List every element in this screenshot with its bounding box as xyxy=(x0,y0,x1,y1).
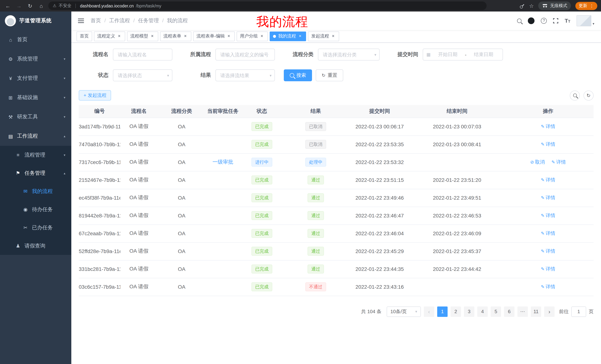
sidebar-item[interactable]: ⚙ 系统管理 ▾ xyxy=(0,49,71,69)
sidebar-item[interactable]: ≡ 流程管理 ▾ xyxy=(0,146,71,164)
sidebar-toggle-button[interactable] xyxy=(71,11,91,30)
next-page-button[interactable]: › xyxy=(544,306,555,317)
process-name-input[interactable] xyxy=(113,49,172,60)
chevron-icon: ▴ xyxy=(64,171,65,175)
close-icon[interactable]: × xyxy=(298,34,303,39)
page-number-button[interactable]: 6 xyxy=(504,306,514,317)
breadcrumb-item[interactable]: 工作流程 xyxy=(101,18,130,24)
search-icon[interactable] xyxy=(517,19,521,23)
breadcrumb-item[interactable]: 首页 xyxy=(91,18,101,24)
detail-action-link[interactable]: ✎ 详情 xyxy=(551,159,566,165)
detail-action-link[interactable]: ✎ 详情 xyxy=(541,141,555,148)
cell-process-name: OA 请假 xyxy=(120,207,158,224)
bookmark-star-icon[interactable]: ☆ xyxy=(529,3,534,9)
password-key-icon[interactable] xyxy=(518,2,526,10)
sidebar-item[interactable]: ⚒ 研发工具 ▾ xyxy=(0,107,71,126)
toggle-search-button[interactable] xyxy=(570,90,580,100)
page-size-select[interactable]: 10条/页 ▾ xyxy=(387,306,421,317)
user-avatar[interactable]: ▾ xyxy=(577,15,594,26)
view-tab[interactable]: 流程表单-编辑 × xyxy=(193,31,235,41)
view-tab[interactable]: 我的流程 × xyxy=(270,31,306,41)
view-tab[interactable]: 流程定义 × xyxy=(94,31,125,41)
next-icon: › xyxy=(549,308,550,315)
sidebar-item[interactable]: ✉ 我的流程 xyxy=(0,182,71,200)
page-number-button[interactable]: 5 xyxy=(491,306,501,317)
back-icon[interactable]: ← xyxy=(4,2,12,10)
page-number-button[interactable]: 2 xyxy=(451,306,461,317)
create-process-button[interactable]: + 发起流程 xyxy=(79,90,111,101)
sidebar-item[interactable]: ♟ 请假查询 xyxy=(0,237,71,255)
view-tab[interactable]: 发起流程 × xyxy=(308,31,339,41)
sidebar-item[interactable]: ⊞ 基础设施 ▾ xyxy=(0,88,71,107)
goto-label: 前往 xyxy=(559,308,569,315)
view-tab[interactable]: 用户分组 × xyxy=(237,31,268,41)
sidebar-item[interactable]: ◉ 待办任务 xyxy=(0,200,71,219)
sidebar-item[interactable]: ¥ 支付管理 ▾ xyxy=(0,69,71,88)
cell-category: OA xyxy=(158,207,206,224)
sidebar-item-label: 研发工具 xyxy=(17,114,38,120)
navbar-right-icons: ▾ xyxy=(517,15,601,26)
view-tab[interactable]: 首页 × xyxy=(77,31,92,41)
detail-action-link[interactable]: ✎ 详情 xyxy=(541,177,555,183)
edit-icon: ✎ xyxy=(541,284,545,289)
goto-page-input[interactable] xyxy=(571,306,586,317)
status-select[interactable] xyxy=(113,69,172,81)
cancel-action-link[interactable]: ⊘ 取消 xyxy=(530,159,545,165)
close-icon[interactable]: × xyxy=(226,34,231,39)
detail-action-link[interactable]: ✎ 详情 xyxy=(541,230,555,237)
forward-icon[interactable]: → xyxy=(15,2,23,10)
prev-page-button[interactable]: ‹ xyxy=(424,306,434,317)
result-select[interactable] xyxy=(215,69,275,81)
chevron-icon: ▾ xyxy=(64,153,65,157)
detail-action-link[interactable]: ✎ 详情 xyxy=(541,212,555,219)
fontsize-icon[interactable] xyxy=(565,18,570,24)
page-number-button[interactable]: 1 xyxy=(437,306,448,317)
close-icon[interactable]: × xyxy=(183,34,188,39)
github-icon[interactable] xyxy=(528,18,534,24)
sidebar-item[interactable]: ⚑ 任务管理 ▴ xyxy=(0,164,71,182)
browser-update-button[interactable]: 更新 ⋮ xyxy=(575,2,597,10)
detail-action-link[interactable]: ✎ 详情 xyxy=(541,123,555,130)
help-icon[interactable] xyxy=(541,18,547,24)
current-task-link[interactable]: 一级审批 xyxy=(212,159,233,165)
table-row: ec45f38f-7b9a-11ec-b03b-acde48001122 OA … xyxy=(79,189,594,207)
close-icon[interactable]: × xyxy=(259,34,264,39)
table-row: 7317cec6-7b9b-11ec-b5b7-acde48001122 OA … xyxy=(79,153,594,171)
address-bar[interactable]: ⚠ 不安全 dashboard.yudao.iocoder.cn/bpm/tas… xyxy=(48,1,487,10)
result-tag: 通过 xyxy=(308,247,324,256)
detail-action-link[interactable]: ✎ 详情 xyxy=(541,284,555,290)
detail-action-link[interactable]: ✎ 详情 xyxy=(541,248,555,255)
close-icon[interactable]: × xyxy=(117,34,122,39)
reset-button[interactable]: ↻ 重置 xyxy=(316,69,343,81)
incognito-badge[interactable]: 无痕模式 xyxy=(538,1,571,10)
owner-process-input[interactable] xyxy=(215,49,275,60)
view-tab-label: 流程定义 xyxy=(97,33,115,39)
view-tab[interactable]: 流程表单 × xyxy=(160,31,191,41)
breadcrumb-item[interactable]: 我的流程 xyxy=(159,18,188,24)
sidebar-item[interactable]: ▤ 工作流程 ▴ xyxy=(0,126,71,146)
sidebar-item[interactable]: ✂ 已办任务 xyxy=(0,219,71,237)
view-tab-label: 用户分组 xyxy=(240,33,258,39)
refresh-table-button[interactable]: ↻ xyxy=(583,90,594,100)
submit-time-range-picker[interactable]: ▦ 开始日期 - 结束日期 xyxy=(423,49,503,60)
close-icon[interactable]: × xyxy=(150,34,155,39)
fullscreen-icon[interactable] xyxy=(553,18,558,23)
search-button[interactable]: 搜索 xyxy=(284,69,312,81)
reload-icon[interactable]: ↻ xyxy=(26,2,34,10)
cell-category: OA xyxy=(158,171,206,189)
detail-action-link[interactable]: ✎ 详情 xyxy=(541,266,555,272)
detail-action-link[interactable]: ✎ 详情 xyxy=(541,194,555,201)
page-number-button[interactable]: ⋯ xyxy=(517,306,528,317)
category-select[interactable] xyxy=(318,49,380,60)
menu-dots-icon[interactable]: ⋮ xyxy=(590,3,594,8)
sidebar-item[interactable]: ⌂ 首页 xyxy=(0,30,71,49)
view-tab[interactable]: 流程模型 × xyxy=(127,31,158,41)
page-number-button[interactable]: 3 xyxy=(464,306,474,317)
page-number-button[interactable]: 4 xyxy=(477,306,488,317)
close-icon[interactable]: × xyxy=(331,34,336,39)
page-number-button[interactable]: 11 xyxy=(531,306,541,317)
app-logo[interactable]: 芋道管理系统 xyxy=(0,11,71,30)
breadcrumb-item[interactable]: 任务管理 xyxy=(130,18,159,24)
chrome-home-icon[interactable]: ⌂ xyxy=(37,2,45,10)
cell-submit-time: 2022-01-22 23:46:47 xyxy=(348,207,411,224)
